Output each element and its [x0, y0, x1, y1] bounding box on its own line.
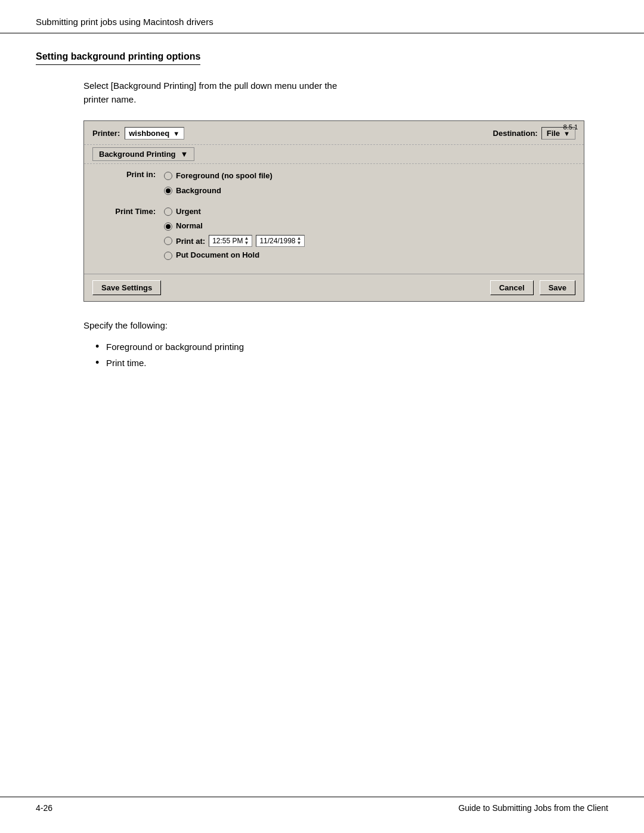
print-in-label: Print in:	[92, 170, 164, 197]
foreground-option[interactable]: Foreground (no spool file)	[164, 170, 575, 182]
print-time-row: Print Time: Urgent Normal	[92, 206, 575, 262]
print-time-options: Urgent Normal Print at: 12:55 PM	[164, 206, 575, 262]
normal-option[interactable]: Normal	[164, 220, 575, 233]
header-text: Submitting print jobs using Macintosh dr…	[36, 17, 213, 27]
print-in-options: Foreground (no spool file) Background	[164, 170, 575, 197]
printer-arrow-icon: ▼	[173, 130, 179, 137]
specify-text: Specify the following:	[83, 318, 608, 333]
save-button[interactable]: Save	[540, 280, 575, 295]
dropdown-arrow-icon: ▼	[181, 150, 188, 159]
footer-page-number: 4-26	[36, 803, 52, 813]
date-input[interactable]: 11/24/1998 ▲ ▼	[256, 235, 305, 247]
page-container: Submitting print jobs using Macintosh dr…	[0, 0, 644, 833]
print-in-row: Print in: Foreground (no spool file) Bac…	[92, 170, 575, 197]
printer-select[interactable]: wishboneq ▼	[125, 127, 184, 140]
section-heading: Setting background printing options	[36, 51, 608, 69]
save-settings-button[interactable]: Save Settings	[92, 280, 161, 295]
printer-row: Printer: wishboneq ▼ Destination: File ▼	[84, 121, 584, 144]
print-at-radio[interactable]	[164, 237, 172, 245]
footer-guide-title: Guide to Submitting Jobs from the Client	[459, 803, 608, 813]
time-input[interactable]: 12:55 PM ▲ ▼	[209, 235, 252, 247]
print-dialog: 8.5.1 Printer: wishboneq ▼ Destination: …	[83, 120, 584, 302]
printer-label: Printer:	[92, 129, 120, 138]
dropdown-row: Background Printing ▼	[84, 144, 584, 164]
bottom-spacer	[92, 262, 575, 271]
dialog-wrapper: 8.5.1 Printer: wishboneq ▼ Destination: …	[83, 120, 584, 302]
dialog-version: 8.5.1	[564, 123, 578, 131]
bullet-item-2: Print time.	[95, 355, 608, 371]
page-footer: 4-26 Guide to Submitting Jobs from the C…	[0, 797, 644, 819]
hold-option[interactable]: Put Document on Hold	[164, 249, 575, 262]
time-spinner[interactable]: ▲ ▼	[244, 236, 249, 246]
normal-radio[interactable]	[164, 222, 172, 231]
print-at-option[interactable]: Print at: 12:55 PM ▲ ▼ 11/24/1998	[164, 235, 575, 247]
date-spinner[interactable]: ▲ ▼	[296, 236, 301, 246]
background-radio[interactable]	[164, 187, 172, 195]
background-option[interactable]: Background	[164, 185, 575, 197]
destination-label: Destination:	[493, 129, 538, 138]
hold-radio[interactable]	[164, 252, 172, 260]
bullet-list: Foreground or background printing Print …	[95, 339, 608, 371]
dialog-footer: Save Settings Cancel Save	[84, 274, 584, 301]
print-time-label: Print Time:	[92, 206, 164, 262]
section-divider	[92, 197, 575, 206]
main-content: Setting background printing options Sele…	[0, 33, 644, 833]
urgent-radio[interactable]	[164, 208, 172, 216]
destination-arrow-icon: ▼	[564, 130, 570, 137]
cancel-button[interactable]: Cancel	[490, 280, 534, 295]
dialog-options-area: Print in: Foreground (no spool file) Bac…	[84, 164, 584, 274]
background-printing-dropdown[interactable]: Background Printing ▼	[92, 147, 194, 161]
footer-buttons: Cancel Save	[490, 280, 575, 295]
bullet-item-1: Foreground or background printing	[95, 339, 608, 355]
intro-text: Select [Background Printing] from the pu…	[83, 79, 608, 106]
urgent-option[interactable]: Urgent	[164, 206, 575, 218]
page-header: Submitting print jobs using Macintosh dr…	[0, 0, 644, 33]
foreground-radio[interactable]	[164, 172, 172, 180]
